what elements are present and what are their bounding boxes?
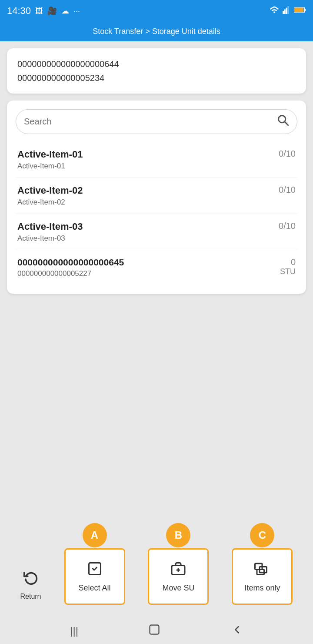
list-item[interactable]: Active-Item-03 Active-Item-03 0/10 (16, 214, 297, 250)
action-buttons-row: Return A Select All B (4, 535, 309, 605)
svg-rect-2 (286, 8, 287, 14)
select-all-container: A Select All (64, 535, 125, 605)
item-name: Active-Item-02 (17, 185, 83, 196)
status-bar: 14:30 🖼 🎥 ☁ ··· (0, 0, 313, 22)
more-icon: ··· (73, 7, 80, 16)
main-content: 000000000000000000644 000000000000005234… (0, 41, 313, 522)
su-id2: 000000000000005234 (17, 71, 296, 85)
svg-rect-0 (283, 11, 284, 14)
return-icon (23, 570, 38, 588)
item-list: Active-Item-01 Active-Item-01 0/10 Activ… (16, 142, 297, 285)
home-icon[interactable] (148, 624, 160, 638)
wifi-icon (270, 6, 279, 16)
items-only-container: C Items only (232, 535, 293, 605)
signal-icon (283, 6, 290, 16)
item-sub: Active-Item-02 (17, 198, 83, 207)
select-all-icon (87, 561, 103, 580)
list-item[interactable]: Active-Item-02 Active-Item-02 0/10 (16, 178, 297, 214)
stu-right: 0 STU (280, 257, 296, 276)
item-sub: Active-Item-01 (17, 162, 83, 171)
video-icon: 🎥 (47, 6, 57, 16)
item-details: Active-Item-03 Active-Item-03 (17, 221, 83, 243)
items-only-button[interactable]: Items only (232, 548, 293, 605)
stu-qty: 0 (280, 257, 296, 267)
badge-a-label: A (91, 529, 98, 541)
move-su-button[interactable]: Move SU (148, 548, 209, 605)
badge-b: B (166, 523, 190, 547)
battery-icon (294, 7, 306, 15)
cloud-icon: ☁ (61, 6, 69, 16)
svg-rect-1 (284, 10, 286, 14)
move-su-icon (170, 561, 186, 580)
storage-unit-info-card: 000000000000000000644 000000000000005234 (7, 48, 306, 94)
item-qty: 0/10 (279, 221, 296, 231)
svg-rect-16 (150, 625, 159, 634)
search-icon (277, 114, 289, 129)
svg-line-8 (285, 122, 288, 125)
select-all-button[interactable]: Select All (64, 548, 125, 605)
svg-rect-3 (287, 6, 289, 14)
system-nav-bar: ||| (0, 618, 313, 644)
badge-c: C (250, 523, 274, 547)
item-details: Active-Item-01 Active-Item-01 (17, 149, 83, 171)
back-icon[interactable] (231, 624, 243, 638)
menu-icon[interactable]: ||| (70, 625, 78, 637)
stu-label: STU (280, 267, 296, 276)
move-su-container: B Move SU (148, 535, 209, 605)
return-button[interactable]: Return (20, 570, 41, 605)
select-all-label: Select All (78, 584, 110, 593)
items-only-label: Items only (244, 584, 280, 593)
stu-id1: 000000000000000000645 (17, 257, 124, 268)
return-label: Return (20, 593, 41, 600)
search-input[interactable] (24, 117, 273, 127)
move-su-label: Move SU (162, 584, 194, 593)
badge-c-label: C (259, 529, 266, 541)
su-id1: 000000000000000000644 (17, 57, 296, 71)
bottom-nav: Return A Select All B (0, 522, 313, 618)
photo-icon: 🖼 (35, 7, 43, 16)
item-name: Active-Item-03 (17, 221, 83, 232)
stu-details: 000000000000000000645 000000000000005227 (17, 257, 124, 278)
status-time: 14:30 (7, 5, 31, 17)
status-bar-right (270, 6, 306, 16)
item-details: Active-Item-02 Active-Item-02 (17, 185, 83, 207)
badge-a: A (83, 523, 107, 547)
list-item[interactable]: Active-Item-01 Active-Item-01 0/10 (16, 142, 297, 178)
breadcrumb-text: Stock Transfer > Storage Unit details (93, 27, 220, 36)
item-qty: 0/10 (279, 185, 296, 195)
svg-rect-5 (305, 9, 306, 11)
items-search-card: Active-Item-01 Active-Item-01 0/10 Activ… (7, 101, 306, 294)
stu-id2: 000000000000005227 (17, 269, 124, 278)
items-only-icon (254, 561, 270, 580)
badge-b-label: B (175, 529, 182, 541)
list-item-stu[interactable]: 000000000000000000645 000000000000005227… (16, 250, 297, 285)
breadcrumb: Stock Transfer > Storage Unit details (0, 22, 313, 41)
item-qty: 0/10 (279, 149, 296, 159)
item-sub: Active-Item-03 (17, 234, 83, 243)
item-name: Active-Item-01 (17, 149, 83, 160)
svg-rect-6 (294, 8, 303, 12)
search-wrapper[interactable] (16, 109, 297, 134)
status-bar-left: 14:30 🖼 🎥 ☁ ··· (7, 5, 80, 17)
